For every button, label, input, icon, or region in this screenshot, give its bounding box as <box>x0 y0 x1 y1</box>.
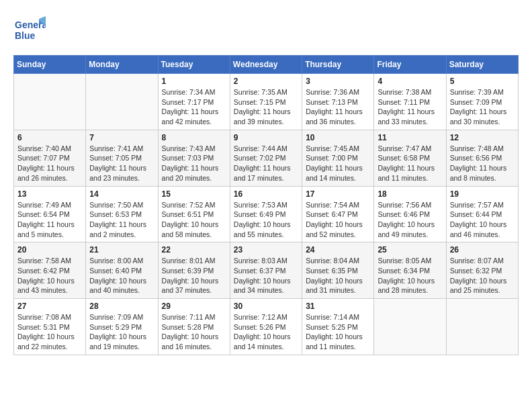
day-detail: Sunrise: 7:11 AMSunset: 5:28 PMDaylight:… <box>162 312 226 352</box>
calendar-week-row: 1Sunrise: 7:34 AMSunset: 7:17 PMDaylight… <box>14 74 519 130</box>
calendar-cell <box>446 299 518 355</box>
day-number: 21 <box>89 245 154 255</box>
calendar-header-row: SundayMondayTuesdayWednesdayThursdayFrid… <box>14 56 519 74</box>
svg-text:Blue: Blue <box>15 30 36 41</box>
day-detail: Sunrise: 7:44 AMSunset: 7:02 PMDaylight:… <box>234 144 298 183</box>
day-number: 27 <box>17 302 82 311</box>
day-detail: Sunrise: 7:52 AMSunset: 6:51 PMDaylight:… <box>162 200 226 240</box>
calendar-cell: 22Sunrise: 8:01 AMSunset: 6:39 PMDayligh… <box>158 242 230 299</box>
day-number: 18 <box>378 189 442 199</box>
day-number: 15 <box>162 189 226 199</box>
calendar-week-row: 27Sunrise: 7:08 AMSunset: 5:31 PMDayligh… <box>14 299 519 355</box>
calendar-cell: 4Sunrise: 7:38 AMSunset: 7:11 PMDaylight… <box>374 74 446 130</box>
weekday-header: Friday <box>374 56 446 74</box>
weekday-header: Monday <box>86 56 158 74</box>
calendar-week-row: 20Sunrise: 7:58 AMSunset: 6:42 PMDayligh… <box>14 242 519 299</box>
day-number: 1 <box>162 77 226 86</box>
day-detail: Sunrise: 7:58 AMSunset: 6:42 PMDaylight:… <box>17 256 82 295</box>
calendar-cell: 17Sunrise: 7:54 AMSunset: 6:47 PMDayligh… <box>302 186 374 242</box>
day-detail: Sunrise: 7:45 AMSunset: 7:00 PMDaylight:… <box>306 144 370 183</box>
calendar-cell: 26Sunrise: 8:07 AMSunset: 6:32 PMDayligh… <box>446 242 518 299</box>
calendar-week-row: 13Sunrise: 7:49 AMSunset: 6:54 PMDayligh… <box>14 186 519 242</box>
logo-icon: General Blue <box>13 13 46 46</box>
calendar-cell: 30Sunrise: 7:12 AMSunset: 5:26 PMDayligh… <box>230 299 302 355</box>
calendar-cell: 31Sunrise: 7:14 AMSunset: 5:25 PMDayligh… <box>302 299 374 355</box>
day-detail: Sunrise: 7:38 AMSunset: 7:11 PMDaylight:… <box>378 87 442 127</box>
day-number: 23 <box>234 245 298 255</box>
weekday-header: Saturday <box>446 56 518 74</box>
day-detail: Sunrise: 7:14 AMSunset: 5:25 PMDaylight:… <box>306 312 370 352</box>
calendar-cell: 25Sunrise: 8:05 AMSunset: 6:34 PMDayligh… <box>374 242 446 299</box>
day-detail: Sunrise: 8:07 AMSunset: 6:32 PMDaylight:… <box>450 256 515 295</box>
day-number: 9 <box>234 133 298 142</box>
day-detail: Sunrise: 7:08 AMSunset: 5:31 PMDaylight:… <box>17 312 82 352</box>
calendar-cell: 23Sunrise: 8:03 AMSunset: 6:37 PMDayligh… <box>230 242 302 299</box>
day-detail: Sunrise: 7:50 AMSunset: 6:53 PMDaylight:… <box>89 200 154 240</box>
calendar-cell <box>374 299 446 355</box>
day-detail: Sunrise: 7:36 AMSunset: 7:13 PMDaylight:… <box>306 87 370 127</box>
weekday-header: Thursday <box>302 56 374 74</box>
page-header: General Blue <box>13 13 519 48</box>
calendar-cell: 8Sunrise: 7:43 AMSunset: 7:03 PMDaylight… <box>158 130 230 186</box>
calendar-cell: 3Sunrise: 7:36 AMSunset: 7:13 PMDaylight… <box>302 74 374 130</box>
day-number: 2 <box>234 77 298 86</box>
day-number: 3 <box>306 77 370 86</box>
day-number: 26 <box>450 245 515 255</box>
day-detail: Sunrise: 7:56 AMSunset: 6:46 PMDaylight:… <box>378 200 442 240</box>
day-number: 25 <box>378 245 442 255</box>
logo: General Blue <box>13 13 46 48</box>
day-detail: Sunrise: 7:47 AMSunset: 6:58 PMDaylight:… <box>378 144 442 183</box>
calendar-cell: 19Sunrise: 7:57 AMSunset: 6:44 PMDayligh… <box>446 186 518 242</box>
calendar-cell: 2Sunrise: 7:35 AMSunset: 7:15 PMDaylight… <box>230 74 302 130</box>
day-detail: Sunrise: 8:04 AMSunset: 6:35 PMDaylight:… <box>306 256 370 295</box>
calendar-cell: 7Sunrise: 7:41 AMSunset: 7:05 PMDaylight… <box>86 130 158 186</box>
day-number: 16 <box>234 189 298 199</box>
day-detail: Sunrise: 8:00 AMSunset: 6:40 PMDaylight:… <box>89 256 154 295</box>
day-number: 19 <box>450 189 515 199</box>
calendar-cell: 27Sunrise: 7:08 AMSunset: 5:31 PMDayligh… <box>14 299 86 355</box>
day-detail: Sunrise: 7:09 AMSunset: 5:29 PMDaylight:… <box>89 312 154 352</box>
day-number: 22 <box>162 245 226 255</box>
day-detail: Sunrise: 7:35 AMSunset: 7:15 PMDaylight:… <box>234 87 298 127</box>
day-number: 30 <box>234 302 298 311</box>
calendar-cell: 9Sunrise: 7:44 AMSunset: 7:02 PMDaylight… <box>230 130 302 186</box>
day-number: 24 <box>306 245 370 255</box>
day-number: 31 <box>306 302 370 311</box>
calendar-cell: 18Sunrise: 7:56 AMSunset: 6:46 PMDayligh… <box>374 186 446 242</box>
day-detail: Sunrise: 7:54 AMSunset: 6:47 PMDaylight:… <box>306 200 370 240</box>
weekday-header: Tuesday <box>158 56 230 74</box>
weekday-header: Sunday <box>14 56 86 74</box>
day-number: 17 <box>306 189 370 199</box>
calendar-cell: 6Sunrise: 7:40 AMSunset: 7:07 PMDaylight… <box>14 130 86 186</box>
day-detail: Sunrise: 7:34 AMSunset: 7:17 PMDaylight:… <box>162 87 226 127</box>
day-detail: Sunrise: 8:05 AMSunset: 6:34 PMDaylight:… <box>378 256 442 295</box>
day-detail: Sunrise: 7:39 AMSunset: 7:09 PMDaylight:… <box>450 87 515 127</box>
day-number: 20 <box>17 245 82 255</box>
calendar-cell: 16Sunrise: 7:53 AMSunset: 6:49 PMDayligh… <box>230 186 302 242</box>
day-number: 5 <box>450 77 515 86</box>
calendar-cell: 10Sunrise: 7:45 AMSunset: 7:00 PMDayligh… <box>302 130 374 186</box>
calendar-cell: 28Sunrise: 7:09 AMSunset: 5:29 PMDayligh… <box>86 299 158 355</box>
calendar-cell: 5Sunrise: 7:39 AMSunset: 7:09 PMDaylight… <box>446 74 518 130</box>
day-detail: Sunrise: 7:53 AMSunset: 6:49 PMDaylight:… <box>234 200 298 240</box>
calendar-cell: 14Sunrise: 7:50 AMSunset: 6:53 PMDayligh… <box>86 186 158 242</box>
calendar-cell <box>86 74 158 130</box>
calendar-cell: 20Sunrise: 7:58 AMSunset: 6:42 PMDayligh… <box>14 242 86 299</box>
day-number: 14 <box>89 189 154 199</box>
calendar-cell: 29Sunrise: 7:11 AMSunset: 5:28 PMDayligh… <box>158 299 230 355</box>
day-number: 11 <box>378 133 442 142</box>
day-number: 12 <box>450 133 515 142</box>
day-detail: Sunrise: 8:03 AMSunset: 6:37 PMDaylight:… <box>234 256 298 295</box>
day-detail: Sunrise: 7:49 AMSunset: 6:54 PMDaylight:… <box>17 200 82 240</box>
weekday-header: Wednesday <box>230 56 302 74</box>
calendar-cell: 1Sunrise: 7:34 AMSunset: 7:17 PMDaylight… <box>158 74 230 130</box>
day-number: 6 <box>17 133 82 142</box>
calendar-cell: 21Sunrise: 8:00 AMSunset: 6:40 PMDayligh… <box>86 242 158 299</box>
calendar-cell: 24Sunrise: 8:04 AMSunset: 6:35 PMDayligh… <box>302 242 374 299</box>
calendar-week-row: 6Sunrise: 7:40 AMSunset: 7:07 PMDaylight… <box>14 130 519 186</box>
calendar-cell: 15Sunrise: 7:52 AMSunset: 6:51 PMDayligh… <box>158 186 230 242</box>
calendar-cell <box>14 74 86 130</box>
calendar-table: SundayMondayTuesdayWednesdayThursdayFrid… <box>13 55 519 355</box>
day-detail: Sunrise: 7:43 AMSunset: 7:03 PMDaylight:… <box>162 144 226 183</box>
day-detail: Sunrise: 7:40 AMSunset: 7:07 PMDaylight:… <box>17 144 82 183</box>
